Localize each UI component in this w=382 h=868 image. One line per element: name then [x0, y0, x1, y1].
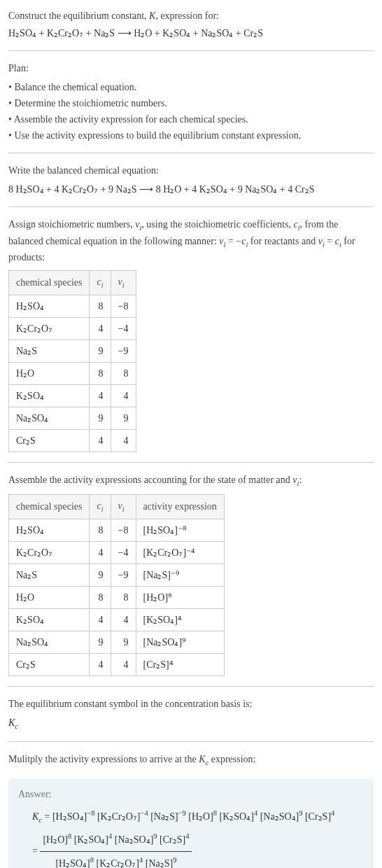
table-row: Cr₂S44 [9, 429, 136, 451]
stoich-tbody: H₂SO₄8−8K₂Cr₂O₇4−4Na₂S9−9H₂O88K₂SO₄44Na₂… [9, 295, 136, 451]
divider [8, 741, 374, 742]
table-row: K₂Cr₂O₇4−4[K₂Cr₂O₇]⁻⁴ [9, 541, 225, 564]
cell-c: 8 [90, 586, 111, 608]
cell-c: 4 [90, 653, 111, 676]
cell-v: 8 [111, 586, 136, 608]
table-header-row: chemical species ci νi [9, 271, 136, 295]
cell-expr: [Na₂S]⁻⁹ [136, 564, 224, 586]
cell-expr: [Cr₂S]⁴ [136, 653, 224, 676]
divider [8, 686, 374, 687]
fraction-denominator: [H₂SO₄]8 [K₂Cr₂O₇]4 [Na₂S]9 [40, 852, 192, 868]
divider [8, 153, 374, 153]
cell-species: H₂O [9, 362, 90, 384]
cell-c: 4 [90, 429, 111, 451]
cell-v: −8 [111, 519, 136, 541]
table-row: H₂SO₄8−8 [9, 295, 136, 317]
col-species: chemical species [9, 495, 90, 519]
cell-c: 9 [90, 564, 111, 586]
cell-species: K₂Cr₂O₇ [9, 541, 90, 564]
cell-expr: [Na₂SO₄]⁹ [136, 631, 224, 653]
plan-title: Plan: [8, 61, 374, 76]
balanced-section: Write the balanced chemical equation: 8 … [8, 163, 374, 197]
cell-v: −9 [111, 564, 136, 586]
plan-item: Assemble the activity expression for eac… [8, 112, 374, 127]
table-row: K₂Cr₂O₇4−4 [9, 317, 136, 340]
cell-species: Na₂S [9, 564, 90, 586]
cell-v: 9 [111, 631, 136, 653]
activity-table: chemical species ci νi activity expressi… [8, 494, 225, 676]
cell-v: 8 [111, 362, 136, 384]
table-header-row: chemical species ci νi activity expressi… [9, 495, 225, 519]
answer-label: Answer: [18, 787, 364, 802]
cell-species: K₂Cr₂O₇ [9, 317, 90, 340]
balanced-equation: 8 H₂SO₄ + 4 K₂Cr₂O₇ + 9 Na₂S ⟶ 8 H₂O + 4… [8, 182, 374, 197]
divider [8, 50, 374, 51]
table-row: K₂SO₄44 [9, 384, 136, 407]
cell-expr: [K₂Cr₂O₇]⁻⁴ [136, 541, 224, 564]
multiply-title: Mulitply the activity expressions to arr… [8, 752, 374, 769]
cell-c: 9 [90, 407, 111, 429]
divider [8, 462, 374, 463]
balanced-title: Write the balanced chemical equation: [8, 163, 374, 178]
cell-expr: [H₂O]⁸ [136, 586, 224, 608]
cell-c: 9 [90, 340, 111, 362]
table-row: Na₂S9−9 [9, 340, 136, 362]
prompt-equation: H₂SO₄ + K₂Cr₂O₇ + Na₂S ⟶ H₂O + K₂SO₄ + N… [8, 26, 374, 41]
cell-species: Cr₂S [9, 653, 90, 676]
table-row: K₂SO₄44[K₂SO₄]⁴ [9, 608, 225, 631]
cell-species: Na₂SO₄ [9, 631, 90, 653]
col-c: ci [90, 495, 111, 519]
cell-v: 4 [111, 608, 136, 631]
cell-v: 9 [111, 407, 136, 429]
table-row: Na₂SO₄99 [9, 407, 136, 429]
prompt-section: Construct the equilibrium constant, K, e… [8, 8, 374, 41]
fraction: [H₂O]8 [K₂SO₄]4 [Na₂SO₄]9 [Cr₂S]4 [H₂SO₄… [40, 828, 192, 868]
activity-section: Assemble the activity expressions accoun… [8, 472, 374, 676]
table-row: H₂O88 [9, 362, 136, 384]
cell-v: −4 [111, 317, 136, 340]
table-row: H₂O88[H₂O]⁸ [9, 586, 225, 608]
activity-title: Assemble the activity expressions accoun… [8, 472, 374, 489]
cell-species: Na₂SO₄ [9, 407, 90, 429]
plan-item: Balance the chemical equation. [8, 80, 374, 94]
plan-item: Use the activity expressions to build th… [8, 128, 374, 143]
symbol-section: The equilibrium constant symbol in the c… [8, 696, 374, 732]
cell-species: H₂SO₄ [9, 295, 90, 317]
col-v: νi [111, 271, 136, 295]
cell-expr: [H₂SO₄]⁻⁸ [136, 519, 224, 541]
answer-box: Answer: Kc = [H₂SO₄]−8 [K₂Cr₂O₇]−4 [Na₂S… [8, 778, 374, 868]
cell-c: 8 [90, 519, 111, 541]
divider [8, 206, 374, 207]
cell-c: 8 [90, 362, 111, 384]
answer-line1: Kc = [H₂SO₄]−8 [K₂Cr₂O₇]−4 [Na₂S]−9 [H₂O… [32, 811, 334, 822]
cell-species: K₂SO₄ [9, 608, 90, 631]
cell-v: −8 [111, 295, 136, 317]
cell-v: −4 [111, 541, 136, 564]
table-row: Na₂S9−9[Na₂S]⁻⁹ [9, 564, 225, 586]
cell-c: 4 [90, 384, 111, 407]
fraction-numerator: [H₂O]8 [K₂SO₄]4 [Na₂SO₄]9 [Cr₂S]4 [40, 828, 192, 851]
activity-tbody: H₂SO₄8−8[H₂SO₄]⁻⁸K₂Cr₂O₇4−4[K₂Cr₂O₇]⁻⁴Na… [9, 519, 225, 676]
answer-equation: Kc = [H₂SO₄]−8 [K₂Cr₂O₇]−4 [Na₂S]−9 [H₂O… [32, 806, 364, 868]
table-row: Cr₂S44[Cr₂S]⁴ [9, 653, 225, 676]
cell-v: −9 [111, 340, 136, 362]
answer-line2: = [H₂O]8 [K₂SO₄]4 [Na₂SO₄]9 [Cr₂S]4 [H₂S… [32, 846, 192, 856]
plan-section: Plan: Balance the chemical equation. Det… [8, 61, 374, 143]
col-v: νi [111, 495, 136, 519]
cell-species: H₂O [9, 586, 90, 608]
cell-v: 4 [111, 384, 136, 407]
cell-species: Na₂S [9, 340, 90, 362]
cell-species: Cr₂S [9, 429, 90, 451]
cell-expr: [K₂SO₄]⁴ [136, 608, 224, 631]
cell-v: 4 [111, 653, 136, 676]
plan-item: Determine the stoichiometric numbers. [8, 96, 374, 111]
cell-species: K₂SO₄ [9, 384, 90, 407]
cell-c: 4 [90, 541, 111, 564]
cell-c: 4 [90, 608, 111, 631]
stoich-section: Assign stoichiometric numbers, νi, using… [8, 217, 374, 452]
stoich-title: Assign stoichiometric numbers, νi, using… [8, 217, 374, 265]
symbol-title: The equilibrium constant symbol in the c… [8, 696, 374, 711]
cell-c: 8 [90, 295, 111, 317]
prompt-line1: Construct the equilibrium constant, K, e… [8, 8, 374, 23]
table-row: Na₂SO₄99[Na₂SO₄]⁹ [9, 631, 225, 653]
